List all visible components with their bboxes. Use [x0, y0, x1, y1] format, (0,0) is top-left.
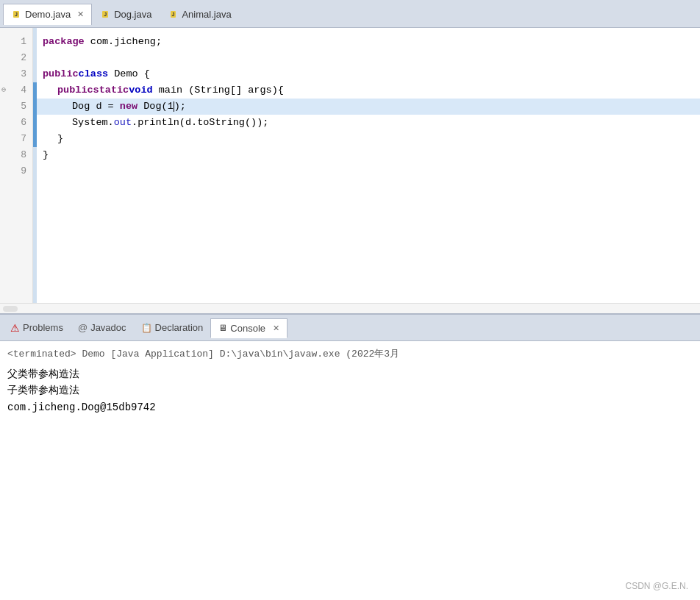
tab-demo-java[interactable]: J Demo.java ✕ [3, 4, 92, 25]
javadoc-icon: @ [78, 322, 88, 333]
tab-dog-java[interactable]: J Dog.java [92, 3, 160, 24]
console-line-2: 子类带参构造法 [7, 382, 693, 399]
code-line-8: } [37, 147, 700, 163]
console-output-area: <terminated> Demo [Java Application] D:\… [0, 341, 700, 600]
line-num-6: 6 [0, 115, 32, 131]
panel-tab-declaration-label: Declaration [155, 322, 204, 333]
console-terminated-line: <terminated> Demo [Java Application] D:\… [7, 347, 693, 360]
line-num-9: 9 [0, 163, 32, 179]
java-file-icon-animal: J [168, 8, 178, 20]
line-num-4: ⊖ 4 [0, 82, 32, 99]
editor-tab-bar: J Demo.java ✕ J Dog.java J Animal.java [0, 0, 700, 28]
code-line-6: System.out.println(d.toString()); [37, 115, 700, 131]
tab-demo-java-label: Demo.java [25, 9, 71, 20]
console-line-1: 父类带参构造法 [7, 366, 693, 382]
line-num-7: 7 [0, 131, 32, 147]
line-num-5: 5 [0, 99, 32, 115]
panel-tab-console[interactable]: 🖥 Console ✕ [210, 318, 288, 338]
code-area[interactable]: package com.jicheng; public class Demo {… [37, 28, 700, 303]
code-line-3: public class Demo { [37, 66, 700, 82]
bottom-panel: ⚠ Problems @ Javadoc 📋 Declaration 🖥 Con… [0, 313, 700, 600]
problems-icon: ⚠ [10, 322, 20, 334]
java-file-icon: J [11, 9, 21, 21]
code-line-9 [37, 163, 700, 179]
panel-tab-bar: ⚠ Problems @ Javadoc 📋 Declaration 🖥 Con… [0, 315, 700, 341]
panel-tab-javadoc[interactable]: @ Javadoc [71, 318, 134, 337]
tab-animal-java-label: Animal.java [182, 9, 231, 20]
line-num-1: 1 [0, 34, 32, 50]
line-num-8: 8 [0, 147, 32, 163]
panel-tab-problems-label: Problems [23, 322, 63, 333]
code-editor[interactable]: 1 2 3 ⊖ 4 5 6 7 8 9 [0, 28, 700, 313]
code-line-5: Dog d = new Dog(1); [37, 99, 700, 115]
panel-tab-console-label: Console [230, 323, 265, 334]
java-file-icon-dog: J [100, 8, 110, 20]
panel-tab-declaration[interactable]: 📋 Declaration [134, 318, 211, 337]
console-output-lines: 父类带参构造法 子类带参构造法 com.jicheng.Dog@15db9742 [7, 366, 693, 415]
scrollbar-thumb[interactable] [3, 306, 18, 312]
code-line-4: public static void main (String[] args){ [37, 82, 700, 99]
code-line-2 [37, 50, 700, 66]
code-line-7: } [37, 131, 700, 147]
console-line-3: com.jicheng.Dog@15db9742 [7, 399, 693, 415]
code-line-1: package com.jicheng; [37, 34, 700, 50]
panel-tab-javadoc-label: Javadoc [90, 322, 126, 333]
line-num-2: 2 [0, 50, 32, 66]
tab-dog-java-label: Dog.java [114, 9, 151, 20]
line-numbers: 1 2 3 ⊖ 4 5 6 7 8 9 [0, 28, 33, 303]
watermark: CSDN @G.E.N. [625, 581, 688, 591]
declaration-icon: 📋 [141, 323, 152, 333]
horizontal-scrollbar[interactable] [0, 303, 700, 313]
tab-close-icon[interactable]: ✕ [77, 10, 84, 19]
panel-tab-problems[interactable]: ⚠ Problems [3, 318, 71, 338]
tab-animal-java[interactable]: J Animal.java [160, 3, 239, 24]
fold-icon[interactable]: ⊖ [1, 82, 6, 99]
console-tab-close-icon[interactable]: ✕ [273, 324, 279, 333]
line-num-3: 3 [0, 66, 32, 82]
console-icon: 🖥 [218, 323, 227, 333]
